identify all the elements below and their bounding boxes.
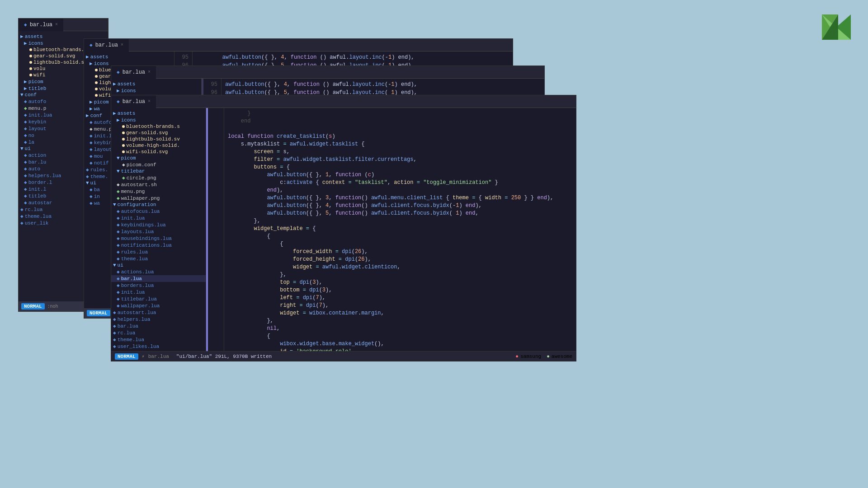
lua-file-icon-3: ◆ — [117, 69, 120, 75]
ft4-mouse[interactable]: ◆mousebindings.lua — [111, 235, 206, 242]
status-filename-main: bar.lua — [148, 354, 169, 359]
close-tab-1[interactable]: × — [55, 22, 58, 27]
tab-bar-lua-4[interactable]: ◆ bar.lua × — [111, 95, 156, 108]
tab-bar-1: ◆ bar.lua × — [19, 19, 108, 31]
mode-badge-2: NORMAL — [87, 310, 110, 316]
window-4-main: ◆ bar.lua × ▶assets ▶icons bluetooth-bra… — [111, 95, 576, 361]
awesome-label: awesome — [552, 354, 572, 359]
status-filename-1: :noh — [47, 304, 58, 309]
tab-bar-4: ◆ bar.lua × — [111, 95, 576, 108]
ft4-theme2[interactable]: ◆theme.lua — [111, 336, 206, 343]
status-info-main: "ui/bar.lua" 291L, 9370B written — [176, 354, 272, 359]
main-code-content: } end local function create_tasklist(s) … — [224, 108, 576, 361]
ft3-assets[interactable]: ▶assets — [111, 80, 201, 87]
tab-bar-lua-1[interactable]: ◆ bar.lua × — [19, 19, 63, 31]
ft4-user-likes[interactable]: ◆user_likes.lua — [111, 343, 206, 350]
file-tree-4: ▶assets ▶icons bluetooth-brands.s gear-s… — [111, 108, 206, 361]
ft4-theme[interactable]: ◆theme.lua — [111, 255, 206, 262]
tab-bar-3: ◆ bar.lua × — [111, 66, 544, 79]
ft4-assets[interactable]: ▶assets — [111, 110, 206, 117]
ft4-menu[interactable]: ◆menu.png — [111, 188, 206, 195]
ft4-notif[interactable]: ◆notifications.lua — [111, 242, 206, 249]
ft4-titlebar2[interactable]: ◆titlebar.lua — [111, 296, 206, 302]
ft4-layouts[interactable]: ◆layouts.lua — [111, 228, 206, 235]
neovim-logo — [818, 9, 854, 45]
ft4-gear[interactable]: gear-solid.svg — [111, 130, 206, 136]
ft4-initui[interactable]: ◆init.lua — [111, 289, 206, 296]
status-right: ● samsung ● awesome — [515, 354, 572, 359]
lua-file-icon-2: ◆ — [90, 42, 93, 48]
ft4-bar2[interactable]: ◆bar.lua — [111, 323, 206, 329]
ft4-autofocus[interactable]: ◆autofocus.lua — [111, 208, 206, 215]
ft4-ui[interactable]: ▼ui — [111, 262, 206, 268]
status-bar-main: NORMAL ⚡ bar.lua "ui/bar.lua" 291L, 9370… — [111, 351, 576, 361]
ft4-autostart2[interactable]: ◆autostart.lua — [111, 309, 206, 316]
mode-badge-main: NORMAL — [115, 353, 138, 360]
tab-bar-lua-2[interactable]: ◆ bar.lua × — [84, 39, 129, 52]
samsung-label: samsung — [520, 354, 541, 359]
awesome-dot: ● — [547, 354, 550, 359]
ft4-keybind[interactable]: ◆keybindings.lua — [111, 221, 206, 228]
ft4-autostart[interactable]: ◆autostart.sh — [111, 181, 206, 188]
ft4-init[interactable]: ◆init.lua — [111, 215, 206, 221]
ft4-bar[interactable]: ◆bar.lua — [111, 275, 206, 282]
close-tab-3[interactable]: × — [148, 70, 151, 75]
ft4-titlebar[interactable]: ▼titlebar — [111, 168, 206, 174]
main-code-container: } end local function create_tasklist(s) … — [206, 108, 576, 361]
ft4-picomconf[interactable]: ◆picom.conf — [111, 161, 206, 168]
ft4-volume[interactable]: volume-high-solid. — [111, 142, 206, 149]
tab-bar-2: ◆ bar.lua × — [84, 39, 513, 52]
ft4-borders[interactable]: ◆borders.lua — [111, 282, 206, 289]
ft4-lightbulb[interactable]: lightbulb-solid.sv — [111, 136, 206, 142]
line-numbers-main — [208, 108, 224, 361]
ft4-icons[interactable]: ▶icons — [111, 117, 206, 123]
ft4-bluetooth[interactable]: bluetooth-brands.s — [111, 123, 206, 130]
ft4-wifi[interactable]: wifi-solid.svg — [111, 149, 206, 155]
status-filecmd: ⚡ — [142, 354, 145, 359]
ft4-circle[interactable]: ◆circle.png — [111, 174, 206, 181]
ft4-picom[interactable]: ▼picom — [111, 155, 206, 161]
ft4-wallpaper2[interactable]: ◆wallpaper.lua — [111, 302, 206, 309]
awesome-status: ● awesome — [547, 354, 572, 359]
ft4-actions[interactable]: ◆actions.lua — [111, 268, 206, 275]
editor-area-4: ▶assets ▶icons bluetooth-brands.s gear-s… — [111, 108, 576, 361]
ft2-assets[interactable]: ▶assets — [84, 53, 174, 60]
close-tab-2[interactable]: × — [121, 42, 123, 47]
lua-file-icon-4: ◆ — [117, 99, 120, 104]
tab-bar-lua-3[interactable]: ◆ bar.lua × — [111, 66, 156, 79]
ft3-icons[interactable]: ▶icons — [111, 87, 201, 94]
mode-badge-1: NORMAL — [21, 303, 45, 310]
samsung-status: ● samsung — [515, 354, 541, 359]
ft4-rules[interactable]: ◆rules.lua — [111, 249, 206, 255]
ft4-wallpaper[interactable]: ◆wallpaper.png — [111, 195, 206, 202]
ft4-helpers[interactable]: ◆helpers.lua — [111, 316, 206, 323]
ft4-rc[interactable]: ◆rc.lua — [111, 329, 206, 336]
lua-file-icon: ◆ — [24, 22, 27, 28]
close-tab-4[interactable]: × — [148, 99, 151, 104]
samsung-dot: ● — [515, 354, 519, 359]
ft4-conf[interactable]: ▼configuration — [111, 202, 206, 208]
